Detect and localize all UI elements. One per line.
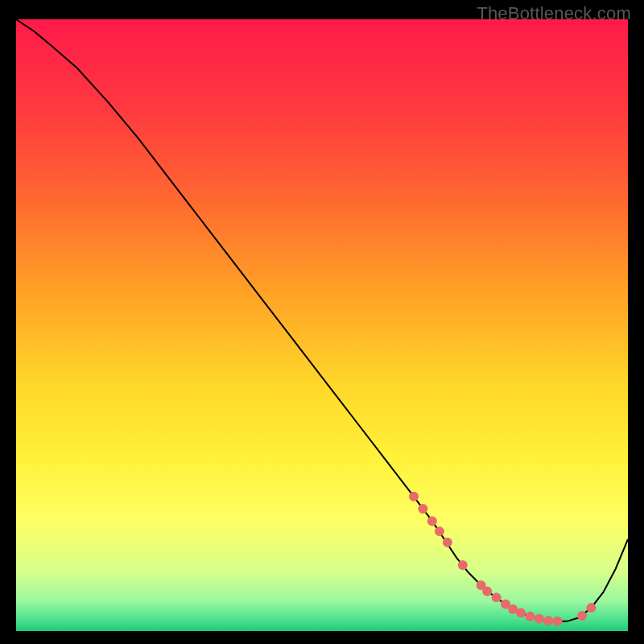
data-marker <box>525 612 535 621</box>
data-marker <box>435 526 444 536</box>
data-marker <box>458 560 468 570</box>
data-marker <box>516 608 526 617</box>
data-marker <box>418 504 427 514</box>
data-marker <box>427 516 437 526</box>
data-marker <box>543 616 553 625</box>
data-marker <box>482 587 492 597</box>
data-marker <box>577 611 587 621</box>
data-marker <box>443 538 452 547</box>
plot-area <box>16 19 628 631</box>
chart-background <box>16 19 628 631</box>
chart-frame: TheBottleneck.com <box>0 0 644 644</box>
chart-svg <box>16 19 628 631</box>
data-marker <box>535 614 544 624</box>
data-marker <box>492 592 502 602</box>
data-marker <box>553 617 563 626</box>
data-marker <box>409 492 419 502</box>
data-marker <box>586 603 596 613</box>
